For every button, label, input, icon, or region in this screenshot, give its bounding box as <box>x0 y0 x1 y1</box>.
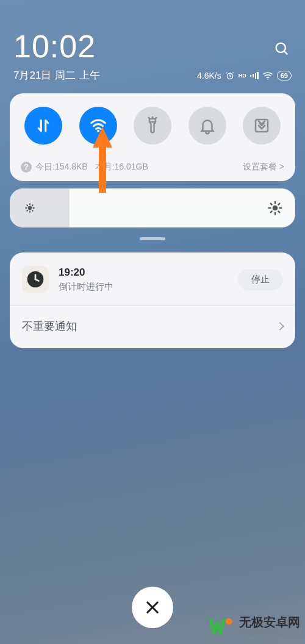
notification-subtitle: 倒计时进行中 <box>59 281 238 293</box>
date: 7月21日 <box>13 68 51 82</box>
svg-point-3 <box>267 79 268 80</box>
status-bar-icons: 4.6K/s HD 69 <box>197 71 292 80</box>
data-usage-row: ? 今日:154.8KB 本月:16.01GB 设置套餐 > <box>21 162 284 173</box>
watermark-text: 无极安卓网 wjhotelgroup.com <box>239 615 300 638</box>
net-speed: 4.6K/s <box>197 71 221 80</box>
dnd-toggle[interactable] <box>188 107 226 145</box>
wifi-icon <box>89 116 107 135</box>
mobile-data-toggle[interactable] <box>24 107 62 145</box>
quick-settings-row <box>21 107 284 145</box>
svg-line-20 <box>271 204 272 205</box>
header-right: 4.6K/s HD 69 <box>197 30 292 80</box>
notification-card: 19:20 倒计时进行中 停止 不重要通知 <box>10 252 295 348</box>
question-icon: ? <box>21 162 32 173</box>
wifi-status-icon <box>262 71 273 80</box>
brightness-slider[interactable] <box>10 188 295 227</box>
svg-point-4 <box>97 130 99 132</box>
header-left: 10:02 7月21日 周二 上午 <box>13 30 100 82</box>
flashlight-toggle[interactable] <box>134 107 171 145</box>
notification-text: 19:20 倒计时进行中 <box>59 266 238 292</box>
search-button[interactable] <box>272 39 292 59</box>
ampm: 上午 <box>79 68 100 82</box>
notification-title: 19:20 <box>59 266 238 279</box>
search-icon <box>273 40 290 57</box>
alarm-icon <box>225 71 235 80</box>
flashlight-icon <box>143 116 162 135</box>
usage-month: 本月:16.01GB <box>95 162 148 173</box>
watermark-logo-icon <box>209 614 234 639</box>
svg-line-14 <box>32 205 33 206</box>
battery-indicator: 69 <box>277 71 292 80</box>
brightness-fill <box>10 188 70 227</box>
clock-time: 10:02 <box>13 30 100 62</box>
weekday: 周二 <box>55 68 76 82</box>
screenshot-icon <box>253 116 271 135</box>
bell-icon <box>198 116 217 135</box>
svg-point-15 <box>273 206 278 211</box>
shade-drag-handle[interactable] <box>140 237 165 240</box>
watermark-title: 无极安卓网 <box>239 615 300 629</box>
svg-line-23 <box>278 204 279 205</box>
watermark: 无极安卓网 wjhotelgroup.com <box>209 614 300 639</box>
data-usage-left: ? 今日:154.8KB 本月:16.01GB <box>21 162 148 173</box>
data-arrows-icon <box>34 116 52 135</box>
usage-today: 今日:154.8KB <box>35 162 88 173</box>
svg-line-12 <box>32 210 33 211</box>
svg-line-22 <box>271 211 272 212</box>
brightness-low-icon <box>22 200 38 216</box>
hd-icon: HD <box>239 73 246 79</box>
less-important-row[interactable]: 不重要通知 <box>10 306 295 348</box>
svg-line-21 <box>278 211 279 212</box>
quick-settings-panel: ? 今日:154.8KB 本月:16.01GB 设置套餐 > <box>10 93 295 181</box>
data-plan-link[interactable]: 设置套餐 > <box>243 162 284 173</box>
brightness-high-icon <box>267 200 283 216</box>
close-icon <box>146 601 159 614</box>
less-important-label: 不重要通知 <box>22 319 77 334</box>
chevron-right-icon <box>276 322 284 331</box>
stop-button[interactable]: 停止 <box>238 269 283 290</box>
svg-line-11 <box>27 205 27 206</box>
screenshot-toggle[interactable] <box>243 107 281 145</box>
svg-line-1 <box>284 51 288 55</box>
svg-point-28 <box>226 618 232 625</box>
signal-icon <box>250 72 259 79</box>
close-shade-button[interactable] <box>132 587 173 628</box>
date-line: 7月21日 周二 上午 <box>13 68 100 82</box>
clock-app-icon <box>22 266 49 293</box>
svg-line-13 <box>27 210 27 211</box>
timer-notification[interactable]: 19:20 倒计时进行中 停止 <box>10 252 295 305</box>
notification-shade-header: 10:02 7月21日 周二 上午 4.6K/s HD 69 <box>0 0 305 82</box>
svg-point-0 <box>276 43 285 52</box>
wifi-toggle[interactable] <box>79 107 117 145</box>
watermark-url: wjhotelgroup.com <box>239 629 300 638</box>
svg-point-6 <box>28 206 32 210</box>
